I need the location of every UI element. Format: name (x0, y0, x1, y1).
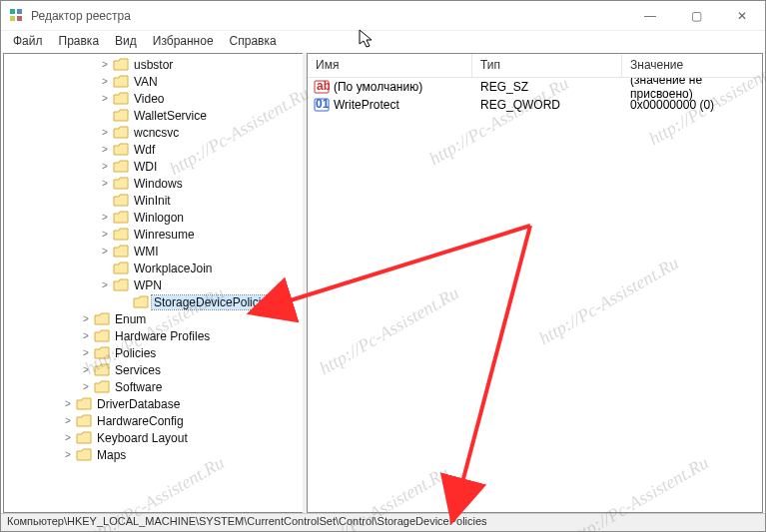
tree-item[interactable]: >Winlogon (4, 209, 303, 226)
tree-item[interactable]: WinInit (4, 192, 303, 209)
tree-item[interactable]: >Winresume (4, 226, 303, 243)
expander-icon[interactable]: > (99, 212, 111, 223)
tree-item[interactable]: WalletService (4, 107, 303, 124)
tree-item[interactable]: >Maps (4, 446, 303, 463)
expander-icon[interactable]: > (99, 59, 111, 70)
list-row[interactable]: ab(По умолчанию)REG_SZ(значение не присв… (308, 78, 762, 96)
app-icon (9, 8, 25, 24)
folder-icon (94, 346, 110, 360)
tree-item-label: WorkplaceJoin (132, 262, 214, 275)
expander-icon[interactable]: > (80, 347, 92, 358)
expander-icon[interactable]: > (99, 93, 111, 104)
list-body[interactable]: ab(По умолчанию)REG_SZ(значение не присв… (308, 78, 762, 512)
expander-icon[interactable]: > (62, 432, 74, 443)
expander-icon[interactable]: > (99, 229, 111, 240)
svg-rect-0 (10, 9, 15, 14)
folder-icon (113, 245, 129, 259)
tree-item-label: WDI (132, 160, 159, 174)
tree-item-label: WPN (132, 278, 164, 292)
expander-icon[interactable]: > (62, 449, 74, 460)
tree-item[interactable]: >DriverDatabase (4, 395, 303, 412)
expander-icon[interactable]: > (99, 76, 111, 87)
tree-item-label: Services (113, 363, 163, 377)
minimize-button[interactable]: — (627, 1, 673, 31)
tree-item[interactable]: >Keyboard Layout (4, 429, 303, 446)
expander-icon[interactable]: > (99, 279, 111, 290)
list-row[interactable]: 011WriteProtectREG_QWORD0x00000000 (0) (308, 96, 762, 114)
expander-icon[interactable]: > (62, 415, 74, 426)
tree-item[interactable]: >Windows (4, 175, 303, 192)
string-value-icon: ab (314, 79, 330, 95)
tree-item[interactable]: >WMI (4, 243, 303, 260)
tree-item-label: Video (132, 92, 166, 106)
column-header-name[interactable]: Имя (308, 54, 472, 77)
tree-item[interactable]: StorageDevicePolicies (4, 293, 303, 310)
menu-help[interactable]: Справка (222, 32, 285, 50)
tree-item-label: Windows (132, 177, 185, 191)
folder-icon (113, 58, 129, 72)
expander-icon[interactable]: > (99, 127, 111, 138)
svg-rect-1 (17, 9, 22, 14)
tree-item[interactable]: >Enum (4, 310, 303, 327)
value-name: WriteProtect (334, 98, 399, 112)
tree-item[interactable]: >Software (4, 378, 303, 395)
tree-item[interactable]: >usbstor (4, 56, 303, 73)
folder-icon (113, 143, 129, 157)
menu-view[interactable]: Вид (107, 32, 145, 50)
column-header-type[interactable]: Тип (472, 54, 622, 77)
column-header-value[interactable]: Значение (622, 54, 762, 77)
expander-icon[interactable]: > (99, 178, 111, 189)
tree-item-label: usbstor (132, 58, 175, 72)
menu-favorites[interactable]: Избранное (145, 32, 222, 50)
tree-item-label: WinInit (132, 194, 173, 208)
expander-icon[interactable]: > (99, 144, 111, 155)
tree-scroll[interactable]: >usbstor>VAN>VideoWalletService>wcncsvc>… (4, 54, 303, 512)
expander-icon[interactable]: > (99, 161, 111, 172)
folder-icon (76, 397, 92, 411)
tree-item-label: WMI (132, 245, 161, 259)
tree-item[interactable]: >Wdf (4, 141, 303, 158)
tree-item[interactable]: >VAN (4, 73, 303, 90)
value-type: REG_QWORD (472, 98, 622, 112)
folder-icon (113, 109, 129, 123)
folder-icon (133, 295, 149, 309)
expander-icon[interactable]: > (80, 313, 92, 324)
tree-item-label: DriverDatabase (95, 397, 182, 411)
folder-icon (113, 211, 129, 225)
binary-value-icon: 011 (314, 97, 330, 113)
tree-item[interactable]: >Services (4, 361, 303, 378)
folder-icon (94, 380, 110, 394)
maximize-button[interactable]: ▢ (673, 1, 719, 31)
tree-item-label: VAN (132, 75, 160, 89)
folder-icon (76, 431, 92, 445)
folder-icon (113, 126, 129, 140)
tree-item[interactable]: >Policies (4, 344, 303, 361)
folder-icon (113, 278, 129, 292)
tree-item[interactable]: >wcncsvc (4, 124, 303, 141)
expander-icon[interactable]: > (62, 398, 74, 409)
tree-item[interactable]: WorkplaceJoin (4, 260, 303, 276)
tree-item[interactable]: >WDI (4, 158, 303, 175)
tree-item[interactable]: >Video (4, 90, 303, 107)
statusbar-path: Компьютер\HKEY_LOCAL_MACHINE\SYSTEM\Curr… (1, 513, 765, 531)
svg-text:011: 011 (316, 97, 330, 111)
tree-pane: >usbstor>VAN>VideoWalletService>wcncsvc>… (3, 53, 303, 513)
tree-item-label: Software (113, 380, 164, 394)
tree-item[interactable]: >Hardware Profiles (4, 327, 303, 344)
titlebar: Редактор реестра — ▢ ✕ (1, 1, 765, 31)
list-header: Имя Тип Значение (308, 54, 762, 78)
menu-file[interactable]: Файл (5, 32, 51, 50)
tree-item-label: HardwareConfig (95, 414, 186, 428)
expander-icon[interactable]: > (80, 381, 92, 392)
menubar: Файл Правка Вид Избранное Справка (1, 31, 765, 51)
menu-edit[interactable]: Правка (51, 32, 108, 50)
close-button[interactable]: ✕ (719, 1, 765, 31)
expander-icon[interactable]: > (80, 330, 92, 341)
svg-rect-3 (17, 16, 22, 21)
tree-item[interactable]: >HardwareConfig (4, 412, 303, 429)
expander-icon[interactable]: > (80, 364, 92, 375)
tree-item[interactable]: >WPN (4, 276, 303, 293)
expander-icon[interactable]: > (99, 246, 111, 257)
folder-icon (113, 92, 129, 106)
tree-item-label: Winresume (132, 228, 197, 242)
